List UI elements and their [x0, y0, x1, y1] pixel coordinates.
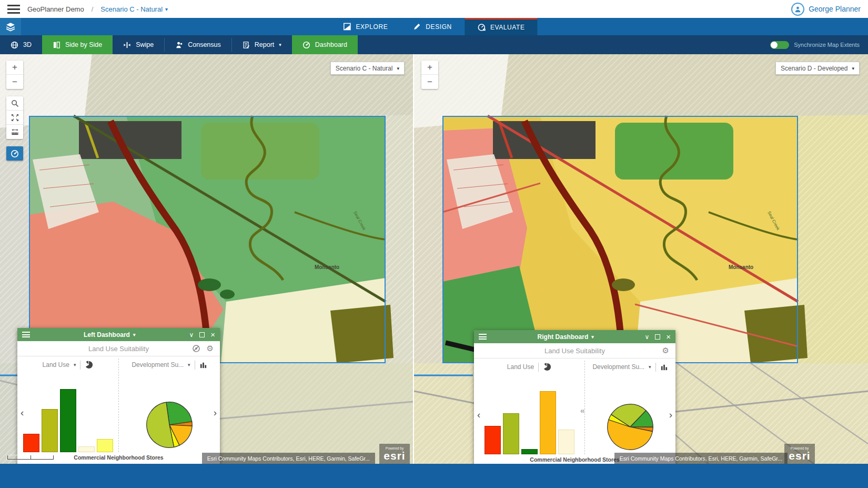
caret-down-icon: ▾ — [397, 66, 399, 71]
caret-down-icon: ▾ — [591, 334, 594, 340]
left-dashboard-subtitle-row: Land Use Suitability ⚙ — [17, 341, 220, 356]
dashboard-gauge-icon — [11, 150, 19, 158]
development-suitability-widget: Development Su... ▾ — [119, 356, 220, 454]
synchronize-extents-control: Synchronize Map Extents — [770, 35, 868, 54]
zoom-out-button[interactable]: − — [421, 75, 438, 89]
right-zoom-controls: + − — [421, 61, 438, 89]
development-suitability-dropdown[interactable]: Development Su... ▾ — [119, 356, 220, 373]
nav-bar: EXPLORE DESIGN EVALUATE — [0, 18, 868, 35]
bar-segment — [503, 413, 519, 454]
synchronize-toggle[interactable] — [770, 41, 789, 49]
scale-bar — [7, 455, 54, 460]
left-dashboard-body: ‹ Land Use ▾ — [17, 356, 220, 454]
double-chevron-left-icon[interactable]: « — [580, 405, 584, 415]
right-scenario-selector[interactable]: Scenario D - Developed ▾ — [775, 62, 860, 75]
caret-down-icon: ▾ — [133, 332, 136, 337]
left-zoom-controls: + − — [6, 61, 23, 89]
widget-divider — [118, 358, 119, 452]
breadcrumb-scenario-dropdown[interactable]: Scenario C - Natural ▾ — [100, 5, 168, 13]
user-menu[interactable]: George Planner — [791, 3, 861, 16]
right-dashboard-body: ‹ Land Use « — [474, 358, 675, 456]
tab-design[interactable]: DESIGN — [400, 18, 465, 35]
3d-button[interactable]: 3D — [0, 35, 42, 54]
bar-segment — [540, 391, 556, 454]
pie-chart-icon[interactable] — [543, 363, 551, 371]
left-map[interactable]: Monsanto Seal Creek + − — [0, 54, 413, 464]
widget-divider: « — [584, 361, 585, 454]
maximize-icon[interactable] — [199, 332, 205, 337]
development-suitability-widget: Development Su... ▾ — [585, 358, 675, 456]
bar-chart-icon[interactable] — [199, 361, 207, 369]
gear-icon[interactable]: ⚙ — [207, 344, 214, 353]
visibility-off-icon[interactable] — [192, 344, 200, 353]
search-button[interactable] — [6, 96, 23, 111]
caret-down-icon: ▾ — [165, 6, 168, 12]
consensus-button[interactable]: Consensus — [165, 35, 231, 54]
report-button[interactable]: Report ▾ — [232, 35, 292, 54]
geoplanner-app: GeoPlanner Demo / Scenario C - Natural ▾… — [0, 0, 868, 488]
chevron-left-icon[interactable]: ‹ — [21, 407, 24, 417]
right-dashboard-title-dropdown[interactable]: Right Dashboard ▾ — [487, 333, 644, 341]
bar-segment — [97, 439, 113, 452]
caret-down-icon: ▾ — [649, 364, 651, 370]
caret-down-icon: ▾ — [188, 362, 190, 367]
measure-button[interactable] — [6, 125, 23, 139]
gauge-icon — [477, 23, 486, 32]
development-suitability-dropdown[interactable]: Development Su... ▾ — [585, 358, 675, 375]
measure-icon — [11, 128, 19, 136]
gear-icon[interactable]: ⚙ — [662, 346, 669, 355]
swipe-icon — [123, 41, 131, 49]
right-map[interactable]: Monsanto Seal Creek + − Scenario D - Dev… — [414, 54, 868, 464]
report-icon — [243, 41, 250, 49]
bar-segment — [485, 426, 501, 454]
close-icon[interactable]: × — [210, 331, 215, 338]
land-use-dropdown[interactable]: Land Use ▾ — [17, 356, 118, 373]
swipe-button[interactable]: Swipe — [113, 35, 164, 54]
side-by-side-icon — [53, 41, 60, 49]
right-dashboard-header[interactable]: Right Dashboard ▾ ∨ × — [474, 330, 675, 343]
left-map-attribution: Esri Community Maps Contributors, Esri, … — [202, 453, 375, 464]
maximize-icon[interactable] — [655, 334, 660, 340]
pie-slice — [166, 402, 192, 425]
zoom-in-button[interactable]: + — [421, 61, 438, 75]
right-map-attribution: Esri Community Maps Contributors, Esri, … — [614, 453, 788, 464]
map-workspace: Monsanto Seal Creek + − — [0, 54, 868, 464]
dashboard-toggle-button[interactable] — [6, 146, 23, 161]
left-scenario-selector[interactable]: Scenario C - Natural ▾ — [330, 62, 405, 75]
expand-button[interactable] — [6, 111, 23, 125]
main-menu-icon[interactable] — [7, 5, 20, 14]
development-suitability-pie-chart — [119, 373, 220, 454]
layers-button[interactable] — [0, 18, 21, 35]
close-icon[interactable]: × — [666, 333, 671, 341]
dashboard-gauge-icon — [302, 41, 310, 49]
left-dashboard-toggle — [6, 146, 23, 161]
land-use-bar-chart — [17, 373, 118, 454]
dashboard-menu-icon[interactable] — [479, 334, 487, 340]
globe-icon — [11, 41, 18, 49]
left-map-tools — [6, 96, 23, 139]
right-dashboard-subtitle-row: Land Use Suitability ⚙ — [474, 343, 675, 358]
tab-explore[interactable]: EXPLORE — [330, 18, 400, 35]
chevron-right-icon[interactable]: › — [669, 410, 672, 420]
chevron-right-icon[interactable]: › — [214, 407, 217, 417]
collapse-icon[interactable]: ∨ — [189, 332, 194, 338]
bottom-bar — [0, 464, 868, 488]
bar-chart-icon[interactable] — [660, 363, 668, 371]
chevron-left-icon[interactable]: ‹ — [477, 410, 480, 420]
bar-segment — [23, 434, 39, 452]
bar-segment — [78, 446, 95, 452]
land-use-dropdown[interactable]: Land Use — [474, 358, 584, 375]
collapse-icon[interactable]: ∨ — [644, 334, 649, 340]
left-dashboard-header[interactable]: Left Dashboard ▾ ∨ × — [17, 328, 220, 341]
side-by-side-button[interactable]: Side by Side — [42, 35, 113, 54]
zoom-out-button[interactable]: − — [6, 75, 23, 89]
left-dashboard-title-dropdown[interactable]: Left Dashboard ▾ — [30, 331, 189, 338]
search-icon — [11, 99, 19, 107]
pie-chart-icon[interactable] — [85, 361, 93, 369]
zoom-in-button[interactable]: + — [6, 61, 23, 75]
development-suitability-pie-chart — [585, 375, 675, 456]
dashboard-button[interactable]: Dashboard — [292, 35, 358, 54]
breadcrumb-scenario-label: Scenario C - Natural — [100, 5, 163, 13]
dashboard-menu-icon[interactable] — [22, 332, 30, 337]
tab-evaluate[interactable]: EVALUATE — [465, 18, 538, 35]
